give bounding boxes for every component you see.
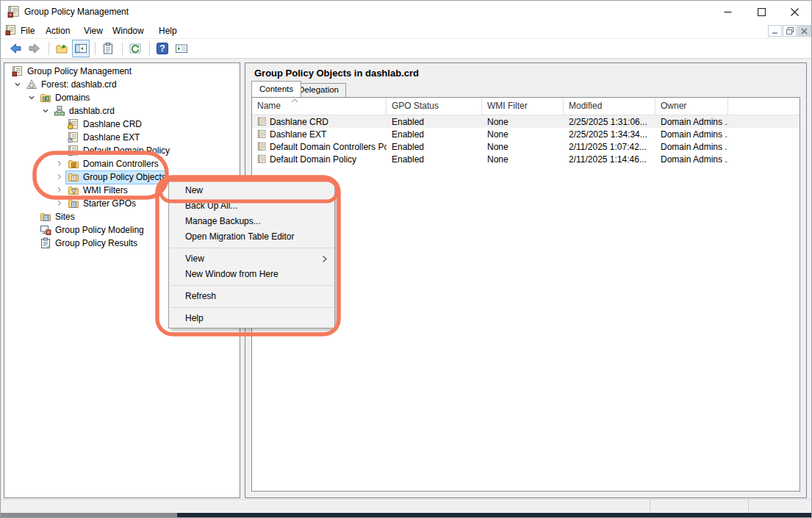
child-minimize-button[interactable] [768, 25, 782, 37]
sites-folder-icon [40, 211, 51, 223]
results-icon [40, 237, 51, 249]
context-menu: New Back Up All... Manage Backups... Ope… [168, 179, 335, 328]
chevron-spacer [25, 224, 38, 236]
status-bar [1, 499, 811, 513]
menu-view[interactable]: View [82, 23, 104, 39]
gpo-scroll-icon [257, 142, 267, 151]
tab-contents[interactable]: Contents [251, 81, 301, 97]
table-row[interactable]: Dashlane CRD Enabled None 2/25/2025 1:31… [252, 115, 800, 128]
chevron-down-icon[interactable] [39, 105, 52, 117]
context-menu-item-new-window-from-here[interactable]: New Window from Here [169, 267, 334, 282]
show-window-icon [175, 42, 188, 55]
chevron-right-icon[interactable] [53, 198, 66, 209]
forward-button[interactable] [26, 40, 43, 57]
maximize-button[interactable] [744, 1, 778, 23]
column-header-wmi-filter[interactable]: WMI Filter [482, 98, 564, 115]
minimize-button[interactable] [711, 1, 744, 23]
close-button[interactable] [777, 1, 811, 23]
help-button[interactable]: ? [154, 40, 171, 57]
tree-item-domain-controllers[interactable]: Domain Controllers [4, 157, 240, 170]
context-menu-item-back-up-all[interactable]: Back Up All... [169, 198, 334, 214]
toolbar-separator [48, 42, 49, 55]
menu-bar: File Action View Window Help [1, 23, 811, 39]
chevron-right-icon[interactable] [53, 184, 66, 196]
chevron-spacer [25, 237, 38, 249]
toolbar-separator [149, 42, 150, 55]
table-row[interactable]: Dashlane EXT Enabled None 2/25/2025 1:34… [252, 128, 800, 140]
child-minimize-icon [772, 28, 778, 35]
gpo-scroll-icon [257, 129, 267, 139]
tree-item-label: Domains [55, 93, 90, 103]
column-header-name[interactable]: Name [252, 98, 387, 115]
context-menu-item-manage-backups[interactable]: Manage Backups... [169, 214, 334, 229]
forest-icon [26, 79, 37, 90]
tree-item-label: Forest: dashlab.crd [41, 79, 117, 90]
tree-item-default-domain-policy[interactable]: Default Domain Policy [4, 144, 240, 157]
forward-icon [28, 42, 41, 55]
tree-item-label: Group Policy Modeling [55, 225, 144, 235]
domains-folder-icon [40, 92, 51, 104]
clipboard-button[interactable] [99, 40, 117, 57]
sort-ascending-icon [290, 98, 299, 103]
status-bar-separator [748, 500, 749, 513]
chevron-down-icon[interactable] [11, 79, 24, 90]
back-button[interactable] [7, 40, 24, 57]
gpo-lock-icon [68, 118, 79, 130]
toolbar: ? [1, 39, 811, 59]
table-row[interactable]: Default Domain Controllers Policy Enable… [252, 140, 800, 153]
column-header-modified[interactable]: Modified [564, 98, 655, 115]
tree-item-label: Dashlane EXT [83, 132, 140, 143]
child-restore-button[interactable] [783, 25, 797, 37]
bottom-edge-left [1, 513, 177, 518]
menu-help[interactable]: Help [157, 23, 179, 39]
chevron-spacer [53, 132, 66, 143]
tree-item-label: Group Policy Results [55, 238, 137, 248]
menu-window[interactable]: Window [111, 23, 145, 39]
refresh-button[interactable] [126, 40, 144, 57]
context-menu-item-view[interactable]: View [169, 251, 334, 267]
menu-separator [170, 307, 333, 308]
show-window-button[interactable] [173, 40, 190, 57]
toolbar-separator [95, 42, 96, 55]
results-panel-title: Group Policy Objects in dashlab.crd [254, 68, 419, 79]
chevron-spacer [53, 145, 66, 157]
gpm-console-icon [12, 65, 24, 77]
domain-icon [54, 105, 65, 117]
back-icon [9, 42, 22, 55]
submenu-arrow-icon [322, 255, 328, 263]
context-menu-item-refresh[interactable]: Refresh [169, 289, 334, 304]
export-folder-icon [55, 42, 68, 55]
clipboard-icon [101, 42, 115, 55]
wmi-folder-icon [68, 184, 79, 196]
tree-item-gpm-root[interactable]: Group Policy Management [4, 65, 240, 78]
gpmc-app-icon [7, 5, 21, 18]
export-folder-button[interactable] [53, 40, 71, 57]
child-close-icon [801, 28, 808, 35]
tree-item-domain-dashlab[interactable]: dashlab.crd [4, 104, 240, 118]
close-icon [791, 8, 799, 16]
tree-item-dashlane-crd[interactable]: Dashlane CRD [4, 118, 240, 131]
console-tree-toggle-button[interactable] [72, 40, 90, 57]
chevron-right-icon[interactable] [53, 171, 66, 183]
tree-item-label: dashlab.crd [69, 106, 115, 116]
gpo-link-icon [68, 132, 79, 143]
context-menu-item-help[interactable]: Help [169, 311, 334, 326]
menu-action[interactable]: Action [44, 23, 71, 39]
menu-file[interactable]: File [19, 23, 36, 39]
gpo-link-icon [68, 145, 79, 157]
column-header-owner[interactable]: Owner [655, 98, 728, 115]
tree-item-dashlane-ext[interactable]: Dashlane EXT [4, 131, 240, 144]
context-menu-item-new[interactable]: New [169, 183, 334, 198]
tree-item-forest[interactable]: Forest: dashlab.crd [4, 78, 240, 91]
table-row[interactable]: Default Domain Policy Enabled None 2/11/… [252, 153, 800, 165]
chevron-right-icon[interactable] [53, 158, 66, 170]
chevron-down-icon[interactable] [25, 92, 38, 104]
context-menu-item-open-migration-table-editor[interactable]: Open Migration Table Editor [169, 229, 334, 245]
child-close-button[interactable] [797, 25, 811, 37]
title-bar: Group Policy Management [1, 1, 811, 23]
help-icon: ? [156, 42, 169, 55]
tree-item-domains[interactable]: Domains [4, 91, 240, 104]
column-header-gpo-status[interactable]: GPO Status [387, 98, 482, 115]
tree-item-label: Sites [55, 212, 75, 222]
list-header: Name GPO Status WMI Filter Modified Owne… [252, 98, 800, 115]
